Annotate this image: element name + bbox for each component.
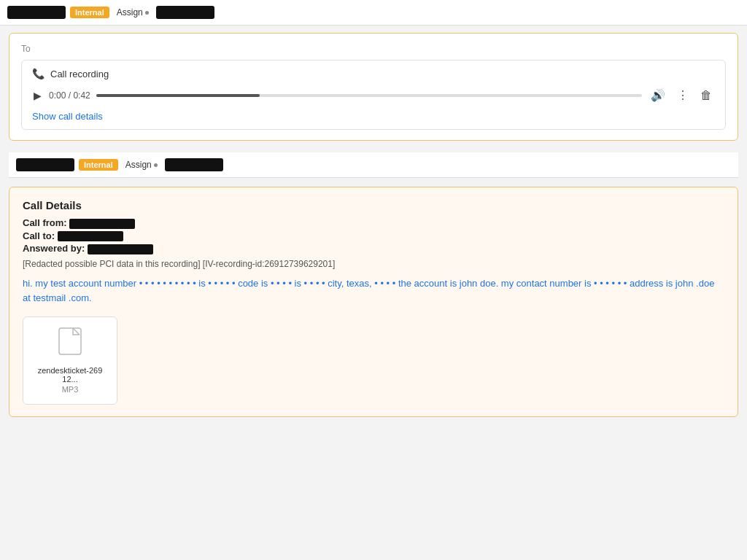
top-bar-assign-button[interactable]: Assign	[114, 6, 152, 19]
svg-rect-0	[59, 328, 81, 354]
recording-title-row: 📞 Call recording	[32, 68, 715, 79]
second-bar-redacted-group	[165, 158, 223, 171]
attachment-filetype: MP3	[62, 385, 79, 394]
answered-by-value	[88, 244, 153, 254]
call-recording-card: To 📞 Call recording ▶ 0:00 / 0:42	[9, 33, 738, 141]
call-details-card: Call Details Call from: Call to: Answere…	[9, 187, 738, 417]
more-options-button[interactable]: ⋮	[674, 87, 692, 104]
attachment-card[interactable]: zendeskticket-26912... MP3	[23, 316, 117, 405]
pci-notice: [Redacted possible PCI data in this reco…	[23, 259, 724, 269]
transcript-text: hi. my test account number • • • • • • •…	[23, 276, 724, 307]
call-from-value	[69, 219, 135, 229]
second-bar-internal-badge: Internal	[79, 159, 118, 171]
phone-icon: 📞	[32, 68, 44, 79]
attachment-filename: zendeskticket-26912...	[36, 366, 104, 384]
call-from-label: Call from:	[23, 217, 67, 228]
second-assign-dot-icon	[154, 163, 158, 167]
top-bar-redacted-group	[156, 6, 214, 19]
second-bar-redacted-user	[16, 158, 74, 171]
answered-by-line: Answered by:	[23, 243, 724, 254]
time-total: 0:42	[73, 90, 90, 101]
call-from-line: Call from:	[23, 217, 724, 229]
call-to-value	[58, 231, 123, 241]
recording-title-text: Call recording	[50, 69, 109, 79]
more-icon: ⋮	[677, 89, 689, 101]
call-to-label: Call to:	[23, 230, 55, 241]
assign-dot-icon	[145, 11, 149, 15]
top-bar: Internal Assign	[0, 0, 747, 26]
progress-bar-container[interactable]	[96, 94, 642, 97]
second-bar-assign-label: Assign	[125, 160, 152, 170]
show-call-details-link[interactable]: Show call details	[32, 111, 103, 122]
answered-by-label: Answered by:	[23, 243, 85, 254]
call-details-title: Call Details	[23, 199, 724, 211]
time-current: 0:00	[49, 90, 66, 101]
progress-bar-fill	[96, 94, 260, 97]
file-icon	[58, 327, 82, 360]
volume-button[interactable]: 🔊	[648, 87, 668, 104]
top-bar-internal-badge: Internal	[70, 7, 109, 18]
to-label: To	[21, 44, 726, 54]
second-bar-assign-button[interactable]: Assign	[123, 158, 160, 171]
play-icon: ▶	[34, 90, 42, 101]
main-content: To 📞 Call recording ▶ 0:00 / 0:42	[0, 26, 747, 424]
delete-button[interactable]: 🗑	[697, 88, 715, 104]
call-to-line: Call to:	[23, 230, 724, 242]
audio-player: ▶ 0:00 / 0:42 🔊 ⋮ 🗑	[32, 87, 715, 104]
time-display: 0:00 / 0:42	[49, 90, 90, 101]
top-bar-assign-label: Assign	[117, 7, 143, 18]
play-button[interactable]: ▶	[32, 88, 43, 103]
volume-icon: 🔊	[651, 89, 665, 101]
second-bar: Internal Assign	[9, 152, 738, 178]
delete-icon: 🗑	[700, 89, 712, 101]
top-bar-redacted-user	[7, 6, 66, 19]
recording-box: 📞 Call recording ▶ 0:00 / 0:42 🔊	[21, 60, 726, 130]
